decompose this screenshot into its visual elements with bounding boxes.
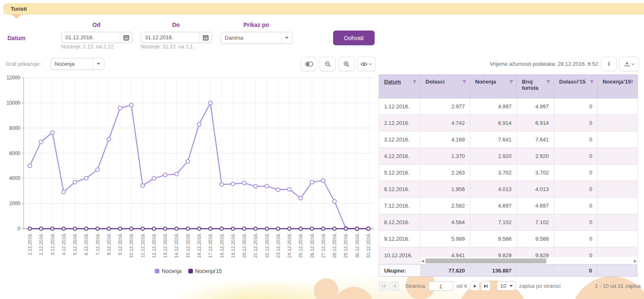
table-row[interactable]: 4.12.2016.1.3702.9202.9200 <box>379 148 638 165</box>
table-cell: 4.997 <box>517 98 554 115</box>
svg-text:10.12.2016.: 10.12.2016. <box>129 233 134 258</box>
table-cell: 1.12.2016. <box>379 98 421 115</box>
table-cell: 7.102 <box>517 214 554 231</box>
last-page-button[interactable] <box>481 281 490 291</box>
filter-icon[interactable] <box>590 80 594 84</box>
table-cell <box>598 115 638 132</box>
chart-legend: NoćenjaNoćenja'15 <box>0 268 377 274</box>
table-cell: 4.697 <box>470 198 517 214</box>
info-button[interactable]: i <box>601 57 617 71</box>
table-cell: 2.920 <box>517 148 554 165</box>
column-header-no-enja-15[interactable]: Noćenja'15 <box>598 75 638 98</box>
table-horizontal-scrollbar[interactable]: ◀ ▶ <box>421 257 637 264</box>
table-cell: 0 <box>554 132 598 148</box>
table-cell <box>598 132 638 148</box>
svg-text:4000: 4000 <box>9 175 20 181</box>
total-cell: 77.620 <box>421 265 470 276</box>
table-cell: 0 <box>554 148 598 165</box>
per-page-label: zapisa po stranici <box>519 283 560 289</box>
legend-swatch <box>188 269 193 273</box>
svg-text:9.12.2016.: 9.12.2016. <box>118 233 123 255</box>
table-cell: 1.956 <box>421 181 470 198</box>
table-cell: 4.013 <box>470 181 517 198</box>
graf-prikazuje-label: Graf prikazuje: <box>6 61 41 67</box>
legend-item[interactable]: Noćenja'15 <box>188 268 222 274</box>
table-cell: 4.742 <box>421 115 470 132</box>
table-cell: 5.989 <box>421 231 470 247</box>
dohvati-button[interactable]: Dohvati <box>333 31 375 45</box>
table-cell: 0 <box>554 181 598 198</box>
calendar-icon[interactable] <box>120 32 132 43</box>
column-header-dolasci-15[interactable]: Dolasci'15 <box>554 75 598 98</box>
column-header-broj-turista[interactable]: Broj turista <box>517 75 554 98</box>
table-row[interactable]: 8.12.2016.4.5647.1027.1020 <box>379 214 638 231</box>
table-total-row: Ukupno:77.620136.8870 <box>379 264 637 277</box>
filter-icon[interactable] <box>462 80 466 84</box>
graf-prikazuje-select[interactable]: Noćenja <box>50 58 104 70</box>
first-page-button[interactable] <box>379 281 388 291</box>
results-table: DatumDolasciNoćenjaBroj turistaDolasci'1… <box>379 74 638 264</box>
prev-page-button[interactable] <box>389 281 399 291</box>
table-row[interactable]: 7.12.2016.2.5824.6974.6970 <box>379 198 638 214</box>
zoom-out-button[interactable] <box>320 57 336 71</box>
table-row[interactable]: 1.12.2016.2.9774.9974.9970 <box>379 98 638 115</box>
table-cell <box>598 198 638 214</box>
zoom-out-icon <box>324 61 331 67</box>
table-row[interactable]: 3.12.2016.4.1697.6417.6410 <box>379 132 638 148</box>
next-page-button[interactable] <box>470 281 480 291</box>
svg-text:24.12.2016.: 24.12.2016. <box>287 233 292 258</box>
column-header-datum[interactable]: Datum <box>379 75 421 98</box>
svg-text:5.12.2016.: 5.12.2016. <box>72 233 77 255</box>
column-header-dolasci[interactable]: Dolasci <box>421 75 470 98</box>
page-number-input[interactable]: 1 <box>428 281 453 291</box>
series-visibility-button[interactable] <box>357 57 376 71</box>
scroll-right-icon[interactable]: ▶ <box>633 259 637 263</box>
svg-text:3.12.2016.: 3.12.2016. <box>50 233 55 255</box>
legend-item[interactable]: Noćenja <box>155 268 182 274</box>
filter-icon[interactable] <box>413 80 417 84</box>
date-from-note: Noćenje: 1.12. na 2.12. <box>61 44 115 50</box>
calendar-icon[interactable] <box>199 32 211 43</box>
datum-label: Datum <box>7 35 26 41</box>
table-cell <box>598 165 638 181</box>
legend-swatch <box>155 269 159 273</box>
zoom-in-button[interactable] <box>338 57 354 71</box>
table-cell: 9.586 <box>517 231 554 247</box>
svg-text:18.12.2016.: 18.12.2016. <box>219 233 224 258</box>
prikaz-po-heading: Prikaz po <box>221 22 292 28</box>
tab-label: Turisti <box>11 6 27 12</box>
tab-turisti[interactable]: Turisti <box>3 3 644 14</box>
prikaz-po-select[interactable]: Danima <box>221 32 293 44</box>
table-row[interactable]: 9.12.2016.5.9899.5869.5860 <box>379 231 638 247</box>
filter-icon[interactable] <box>509 80 513 84</box>
table-cell: 0 <box>554 231 598 247</box>
svg-text:22.12.2016.: 22.12.2016. <box>264 233 269 258</box>
filter-icon[interactable] <box>630 80 634 84</box>
svg-text:0: 0 <box>17 226 20 232</box>
svg-text:6.12.2016.: 6.12.2016. <box>84 233 89 255</box>
svg-text:27.12.2016.: 27.12.2016. <box>321 233 326 258</box>
per-page-select[interactable]: 10 <box>497 281 516 291</box>
table-row[interactable]: 6.12.2016.1.9564.0134.0130 <box>379 181 638 198</box>
column-header-no-enja[interactable]: Noćenja <box>470 75 517 98</box>
date-to-input[interactable]: 31.12.2016. <box>141 32 212 43</box>
svg-text:1.12.2016.: 1.12.2016. <box>27 233 32 255</box>
table-cell: 9.586 <box>470 231 517 247</box>
chart-toggle-button[interactable] <box>301 57 317 71</box>
table-cell: 5.12.2016. <box>379 165 421 181</box>
chevron-down-icon <box>369 63 372 65</box>
total-cell: 0 <box>554 265 597 276</box>
download-button[interactable] <box>619 57 639 71</box>
table-row[interactable]: 5.12.2016.2.2633.7023.7020 <box>379 165 638 181</box>
svg-text:28.12.2016.: 28.12.2016. <box>332 233 337 258</box>
svg-text:6000: 6000 <box>9 151 20 156</box>
tab-pointer <box>11 14 22 19</box>
scrollbar-thumb[interactable] <box>425 258 546 263</box>
filter-icon[interactable] <box>546 80 550 84</box>
date-from-input[interactable]: 01.12.2016. <box>61 32 132 43</box>
table-row[interactable]: 2.12.2016.4.7426.9146.9140 <box>379 115 638 132</box>
scroll-left-icon[interactable]: ◀ <box>421 259 425 263</box>
table-cell: 0 <box>554 214 598 231</box>
table-cell: 0 <box>554 115 598 132</box>
table-cell: 7.102 <box>470 214 517 231</box>
